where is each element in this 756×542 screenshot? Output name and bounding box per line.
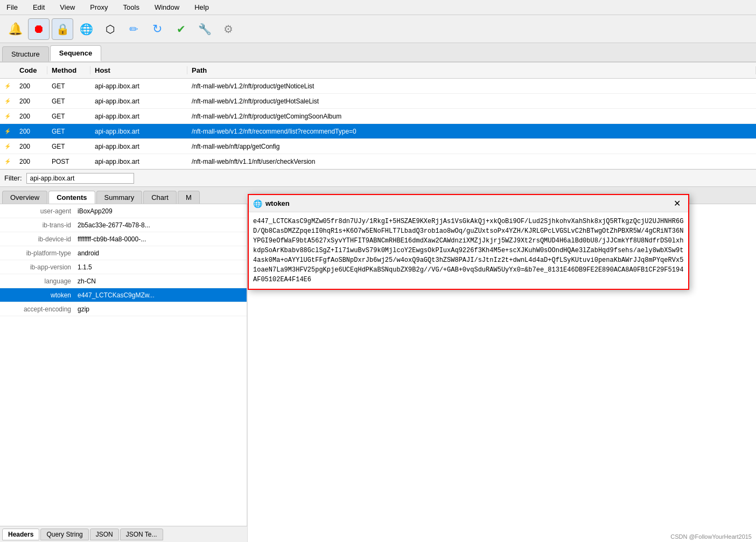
menu-item-file[interactable]: File [4, 2, 20, 12]
row-method: POST [47, 158, 90, 165]
refresh-icon[interactable]: ↻ [146, 18, 168, 40]
row-method: GET [47, 113, 90, 120]
table-row[interactable]: ⚡ 200 GET api-app.ibox.art /nft-mall-web… [0, 139, 756, 154]
bottom-tab-overview[interactable]: Overview [2, 191, 47, 204]
header-name: ib-app-version [0, 263, 75, 271]
browser-icon[interactable]: 🌐 [75, 18, 97, 40]
header-value: 1.1.5 [75, 263, 247, 271]
row-host: api-app.ibox.art [90, 113, 187, 120]
header-row[interactable]: accept-encoding gzip [0, 302, 247, 316]
row-method: GET [47, 82, 90, 90]
menu-item-edit[interactable]: Edit [31, 2, 47, 12]
col-code: Code [15, 66, 47, 74]
menu-bar: FileEditViewProxyToolsWindowHelp [0, 0, 756, 15]
filter-input[interactable] [26, 173, 134, 184]
row-icon: ⚡ [0, 128, 15, 134]
header-value: zh-CN [75, 277, 247, 285]
row-code: 200 [15, 82, 47, 90]
row-path: /nft-mall-web/nft/app/getConfig [187, 143, 756, 150]
row-code: 200 [15, 128, 47, 135]
row-method: GET [47, 128, 90, 135]
row-icon: ⚡ [0, 143, 15, 149]
sub-tab-json-te...[interactable]: JSON Te... [120, 529, 163, 540]
row-path: /nft-mall-web/v1.2/nft/product/getNotice… [187, 82, 756, 90]
request-table: Code Method Host Path ⚡ 200 GET api-app.… [0, 62, 756, 170]
col-host: Host [90, 66, 187, 74]
header-value: 2b5ac33e-2677-4b78-8... [75, 221, 247, 229]
bottom-tab-contents[interactable]: Contents [48, 191, 95, 204]
row-path: /nft-mall-web/v1.2/nft/product/getComing… [187, 113, 756, 120]
table-row[interactable]: ⚡ 200 POST api-app.ibox.art /nft-mall-we… [0, 154, 756, 169]
header-row[interactable]: ib-trans-id 2b5ac33e-2677-4b78-8... [0, 218, 247, 232]
menu-item-view[interactable]: View [58, 2, 77, 12]
row-icon: ⚡ [0, 158, 15, 164]
header-value: iBoxApp209 [75, 207, 247, 215]
menu-item-window[interactable]: Window [152, 2, 181, 12]
col-method: Method [47, 66, 90, 74]
bottom-tab-summary[interactable]: Summary [96, 191, 143, 204]
header-name: wtoken [0, 291, 75, 299]
row-code: 200 [15, 143, 47, 150]
main-area: Code Method Host Path ⚡ 200 GET api-app.… [0, 62, 756, 542]
filter-label: Filter: [4, 174, 22, 182]
header-name: ib-trans-id [0, 221, 75, 229]
row-host: api-app.ibox.art [90, 158, 187, 165]
header-row[interactable]: user-agent iBoxApp209 [0, 204, 247, 218]
row-icon: ⚡ [0, 98, 15, 104]
row-host: api-app.ibox.art [90, 98, 187, 105]
sub-tab-json[interactable]: JSON [90, 529, 119, 540]
header-name: user-agent [0, 207, 75, 215]
row-icon: ⚡ [0, 83, 15, 89]
watermark: CSDN @FollowYourHeart2015 [670, 533, 752, 540]
col-path: Path [187, 66, 756, 74]
menu-item-tools[interactable]: Tools [121, 2, 142, 12]
tools-icon[interactable]: 🔧 [194, 18, 215, 40]
header-row[interactable]: ib-app-version 1.1.5 [0, 260, 247, 274]
toolbar: 🔔⏺🔒🌐⬡✏↻✔🔧⚙ [0, 15, 756, 43]
bottom-tab-m[interactable]: M [178, 191, 200, 204]
header-row[interactable]: ib-platform-type android [0, 246, 247, 260]
row-path: /nft-mall-web/v1.2/nft/product/getHotSal… [187, 98, 756, 105]
scope-icon[interactable]: ⬡ [99, 18, 121, 40]
popup-title: wtoken [265, 199, 667, 207]
row-method: GET [47, 143, 90, 150]
table-row[interactable]: ⚡ 200 GET api-app.ibox.art /nft-mall-web… [0, 94, 756, 109]
menu-item-help[interactable]: Help [192, 2, 211, 12]
popup-close-button[interactable]: ✕ [670, 197, 684, 210]
row-icon: ⚡ [0, 113, 15, 119]
header-value: ffffffff-cb9b-f4a8-0000-... [75, 235, 247, 243]
tab-sequence[interactable]: Sequence [50, 45, 101, 61]
header-value: e447_LCTCKasC9gMZw... [75, 291, 247, 299]
header-value: gzip [75, 305, 247, 313]
bottom-tab-chart[interactable]: Chart [143, 191, 177, 204]
target-icon[interactable]: 🔔 [4, 18, 26, 40]
record-icon[interactable]: ⏺ [28, 18, 50, 40]
header-row[interactable]: ib-device-id ffffffff-cb9b-f4a8-0000-... [0, 232, 247, 246]
settings-icon[interactable]: ⚙ [218, 18, 239, 40]
table-header: Code Method Host Path [0, 62, 756, 79]
row-path: /nft-mall-web/v1.2/nft/recommend/list?re… [187, 128, 756, 135]
header-row[interactable]: language zh-CN [0, 274, 247, 288]
menu-item-proxy[interactable]: Proxy [88, 2, 110, 12]
header-value: android [75, 249, 247, 257]
check-icon[interactable]: ✔ [170, 18, 192, 40]
row-code: 200 [15, 158, 47, 165]
edit-icon[interactable]: ✏ [123, 18, 144, 40]
popup-title-bar: 🌐 wtoken ✕ [249, 195, 688, 212]
row-host: api-app.ibox.art [90, 82, 187, 90]
table-row[interactable]: ⚡ 200 GET api-app.ibox.art /nft-mall-web… [0, 79, 756, 94]
table-row[interactable]: ⚡ 200 GET api-app.ibox.art /nft-mall-web… [0, 109, 756, 124]
row-host: api-app.ibox.art [90, 128, 187, 135]
intercept-icon[interactable]: 🔒 [52, 18, 73, 40]
wtoken-popup[interactable]: 🌐 wtoken ✕ e447_LCTCKasC9gMZw05fr8dn7UJy… [248, 194, 689, 290]
header-row[interactable]: wtoken e447_LCTCKasC9gMZw... [0, 288, 247, 302]
header-name: ib-device-id [0, 235, 75, 243]
sub-tab-headers[interactable]: Headers [2, 529, 39, 540]
headers-panel: user-agent iBoxApp209 ib-trans-id 2b5ac3… [0, 204, 247, 526]
sub-tab-query-string[interactable]: Query String [40, 529, 88, 540]
table-row[interactable]: ⚡ 200 GET api-app.ibox.art /nft-mall-web… [0, 124, 756, 139]
sub-tabs: HeadersQuery StringJSONJSON Te... [0, 526, 247, 542]
tab-structure[interactable]: Structure [2, 46, 49, 61]
popup-content: e447_LCTCKasC9gMZw05fr8dn7UJy/1RkgI+5HSZ… [249, 212, 688, 289]
filter-bar: Filter: [0, 170, 756, 187]
